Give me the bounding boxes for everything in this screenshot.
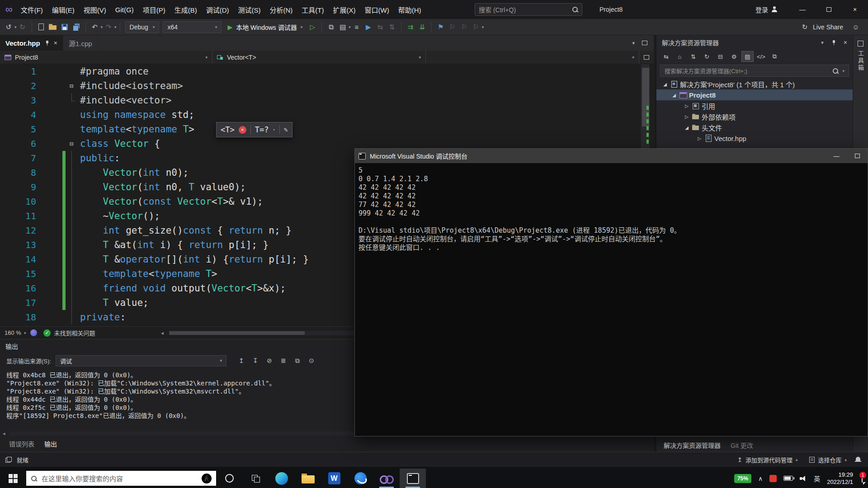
preview-icon[interactable]: ⧉ — [769, 51, 781, 62]
sync-icon[interactable]: ⇅ — [687, 51, 699, 62]
close-icon[interactable]: × — [54, 39, 57, 47]
panel-tab[interactable]: 输出 — [40, 437, 61, 450]
start-debugging-button[interactable]: ▶ 本地 Windows 调试器 ▾ — [223, 21, 307, 33]
home-icon[interactable]: ⌂ — [674, 51, 686, 62]
console-title-bar[interactable]: Microsoft Visual Studio 调试控制台 — — [355, 149, 868, 163]
next-message-icon[interactable]: ↧ — [250, 355, 261, 366]
menu-item[interactable]: 分析(N) — [265, 0, 297, 19]
fold-marker-icon[interactable]: ⊟ — [66, 79, 77, 93]
editor-tab[interactable]: Vector.hpp× — [0, 35, 63, 51]
copy-output-icon[interactable]: ⧉ — [292, 355, 303, 366]
debug-console-window[interactable]: Microsoft Visual Studio 调试控制台 — 50 0.7 1… — [354, 148, 868, 436]
zoom-dropdown-icon[interactable]: ▾ — [24, 331, 26, 335]
menu-item[interactable]: 窗口(W) — [360, 0, 393, 19]
menu-item[interactable]: Git(G) — [111, 0, 138, 19]
expander-icon[interactable]: ▷ — [683, 103, 691, 108]
navigate-forward-icon[interactable]: ↻ — [18, 21, 28, 33]
action-center-button[interactable]: 1 — [862, 475, 863, 482]
menu-item[interactable]: 测试(S) — [234, 0, 265, 19]
split-editor-icon[interactable] — [644, 55, 649, 60]
prev-bookmark-icon[interactable]: ⚐ — [448, 21, 458, 33]
show-all-files-icon[interactable]: ▤ — [741, 51, 754, 62]
clear-all-icon[interactable]: ⊘ — [264, 355, 275, 366]
volume-icon[interactable] — [800, 475, 807, 482]
undo-dropdown-icon[interactable]: ▾ — [101, 25, 103, 29]
sign-in-button[interactable]: 登录 — [755, 5, 778, 14]
solution-search-box[interactable]: 搜索解决方案资源管理器(Ctrl+;) ▾ — [660, 65, 849, 77]
toolbox-vertical-tab[interactable]: 工具箱 — [853, 41, 868, 72]
battery-percent-badge[interactable]: 75% — [734, 474, 751, 483]
properties-icon[interactable]: ⚙ — [728, 51, 740, 62]
float-window-icon[interactable] — [642, 41, 647, 45]
template-intellisense-bar[interactable]: <T> × T=? ▾ ✎ — [216, 122, 292, 137]
panel-tab[interactable]: 错误列表 — [5, 437, 39, 450]
step-out-icon[interactable]: ⇅ — [387, 21, 397, 33]
next-bookmark-icon[interactable]: ⚐ — [459, 21, 469, 33]
notifications-bell-icon[interactable] — [855, 456, 862, 463]
console-output[interactable]: 50 0.7 1.4 2.1 2.842 42 42 42 4242 42 42… — [355, 163, 868, 255]
health-check-icon[interactable]: ✓ — [43, 329, 51, 337]
close-button[interactable]: × — [842, 0, 868, 19]
push-icon[interactable]: ⇉ — [406, 21, 415, 33]
pull-icon[interactable]: ⇊ — [417, 21, 427, 33]
expander-icon[interactable]: ◢ — [670, 93, 678, 98]
tree-item[interactable]: ◢解决方案'Project8' (1 个项目，共 1 个) — [656, 79, 853, 89]
redo-dropdown-icon[interactable]: ▾ — [114, 25, 117, 29]
clear-bookmarks-icon[interactable]: ⚐ — [471, 21, 481, 33]
expander-icon[interactable]: ◢ — [661, 82, 669, 87]
task-view-button[interactable] — [242, 469, 269, 488]
type-dropdown[interactable]: Vector<T> ▾ — [212, 51, 426, 64]
start-button[interactable] — [0, 469, 26, 488]
ribbon-icon[interactable] — [202, 474, 212, 483]
navigate-back-dropdown-icon[interactable]: ▾ — [14, 25, 17, 29]
collapse-all-icon[interactable]: ⊟ — [714, 51, 726, 62]
add-to-source-control-button[interactable]: ↥ 添加到源代码管理 ▴ — [734, 455, 801, 464]
output-h-scroll-left-arrow[interactable]: ◂ — [3, 431, 5, 436]
quick-search-box[interactable]: 搜索 (Ctrl+Q) — [475, 3, 582, 16]
undo-icon[interactable]: ↶ — [90, 21, 100, 33]
pin-icon[interactable] — [44, 40, 50, 46]
document-list-dropdown-icon[interactable]: ▾ — [632, 40, 635, 46]
tree-item[interactable]: ◢Project8 — [656, 89, 853, 100]
chevron-down-icon[interactable]: ▾ — [273, 127, 275, 132]
pin-icon[interactable] — [831, 40, 836, 46]
select-repository-button[interactable]: 选择仓库 ▴ — [806, 455, 850, 464]
background-tasks-icon[interactable] — [5, 457, 11, 462]
battery-icon[interactable] — [783, 476, 793, 481]
menu-item[interactable]: 工具(T) — [297, 0, 328, 19]
menu-item[interactable]: 视图(V) — [79, 0, 111, 19]
expander-icon[interactable]: ▷ — [695, 136, 703, 141]
edit-icon[interactable]: ✎ — [284, 126, 288, 134]
step-over-icon[interactable]: ⇆ — [375, 21, 385, 33]
start-without-debugging-icon[interactable]: ▷ — [307, 21, 317, 33]
line-tools-icon[interactable]: ≡ — [352, 21, 362, 33]
clock[interactable]: 19:29 2022/12/1 — [827, 471, 853, 486]
tray-app-icon[interactable] — [769, 475, 777, 482]
panel-tab[interactable]: 解决方案资源管理器 — [659, 438, 725, 452]
h-scrollbar-left-arrow[interactable]: ◂ — [161, 330, 164, 336]
platform-dropdown[interactable]: x64 ▾ — [163, 21, 222, 33]
console-maximize-button[interactable] — [847, 149, 868, 163]
navigate-back-icon[interactable]: ↺ — [4, 21, 14, 33]
scrollbar-thumb[interactable] — [642, 68, 649, 127]
maximize-button[interactable] — [816, 0, 842, 19]
taskbar-search-box[interactable]: 在这里输入你要搜索的内容 — [26, 471, 216, 486]
live-share-button[interactable]: ↻ Live Share ☺ — [800, 21, 868, 33]
tree-item[interactable]: ▷外部依赖项 — [656, 111, 853, 122]
expander-icon[interactable]: ▷ — [683, 114, 691, 119]
prev-message-icon[interactable]: ↥ — [236, 355, 247, 366]
browser-taskbar-button[interactable] — [347, 469, 373, 488]
new-file-icon[interactable] — [36, 21, 46, 33]
switch-views-icon[interactable]: ⇆ — [660, 51, 672, 62]
ime-indicator[interactable]: 英 — [814, 474, 820, 483]
hidden-icons-chevron[interactable]: ∧ — [758, 475, 763, 482]
edge-taskbar-button[interactable] — [269, 469, 295, 488]
zoom-level[interactable]: 160 % — [5, 329, 21, 336]
console-minimize-button[interactable]: — — [826, 149, 847, 163]
menu-item[interactable]: 生成(B) — [170, 0, 202, 19]
feedback-icon[interactable]: ☺ — [851, 21, 861, 33]
menu-item[interactable]: 帮助(H) — [394, 0, 426, 19]
cortana-button[interactable] — [216, 469, 242, 488]
bookmark-icon[interactable]: ⚑ — [436, 21, 446, 33]
save-all-icon[interactable] — [71, 21, 81, 33]
